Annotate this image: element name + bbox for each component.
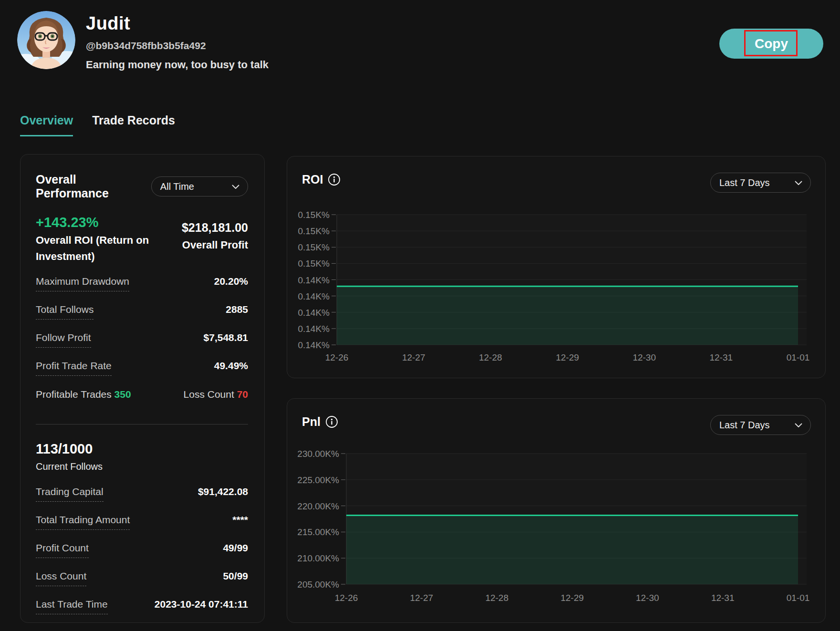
loss-count: Loss Count 70 xyxy=(184,389,248,400)
time-range-value: All Time xyxy=(160,181,194,192)
stat-value: 2885 xyxy=(226,304,248,315)
stat-row: Follow Profit$7,548.81 xyxy=(36,332,248,360)
tab-trade-records[interactable]: Trade Records xyxy=(92,114,175,136)
loss-count-value: 70 xyxy=(237,389,248,400)
performance-stats-list: Maximum Drawdown20.20%Total Follows2885F… xyxy=(36,276,248,388)
svg-text:01-01: 01-01 xyxy=(787,593,810,603)
pnl-range-value: Last 7 Days xyxy=(719,420,770,431)
info-icon[interactable] xyxy=(328,173,341,186)
stat-label: Profit Trade Rate xyxy=(36,360,112,376)
svg-text:12-31: 12-31 xyxy=(711,593,735,603)
performance-card-title: Overall Performance xyxy=(36,173,151,200)
section-divider xyxy=(36,424,248,424)
trades-count-row: Profitable Trades 350 Loss Count 70 xyxy=(36,389,248,400)
svg-text:225.00K%: 225.00K% xyxy=(297,475,339,485)
svg-text:0.14K%: 0.14K% xyxy=(298,324,330,334)
profile-handle: @b9b34d758fbb3b5fa492 xyxy=(86,40,269,52)
stat-row: Maximum Drawdown20.20% xyxy=(36,276,248,304)
tab-overview[interactable]: Overview xyxy=(20,114,73,136)
svg-text:12-28: 12-28 xyxy=(485,593,508,603)
svg-text:0.14K%: 0.14K% xyxy=(298,275,330,285)
svg-text:215.00K%: 215.00K% xyxy=(297,527,339,537)
copy-button[interactable]: Copy xyxy=(719,29,823,59)
stat-label: Maximum Drawdown xyxy=(36,276,129,291)
pnl-chart-card: 230.00K%225.00K%220.00K%215.00K%210.00K%… xyxy=(287,398,826,623)
overall-roi-label-line1: Overall ROI (Return on xyxy=(36,232,149,248)
stat-row: Last Trade Time2023-10-24 07:41:11 xyxy=(36,599,248,627)
stat-row: Total Trading Amount**** xyxy=(36,514,248,542)
svg-text:12-30: 12-30 xyxy=(636,593,659,603)
svg-text:205.00K%: 205.00K% xyxy=(297,579,339,590)
stat-value: 20.20% xyxy=(214,276,248,287)
stat-value: $7,548.81 xyxy=(204,332,248,343)
overall-roi-label-line2: Investment) xyxy=(36,248,149,265)
chevron-down-icon xyxy=(795,423,802,427)
stat-label: Last Trade Time xyxy=(36,599,108,614)
stat-label: Profit Count xyxy=(36,542,89,558)
roi-chart-title: ROI xyxy=(302,173,323,186)
trading-stats-list: Trading Capital$91,422.08Total Trading A… xyxy=(36,486,248,627)
stat-row: Trading Capital$91,422.08 xyxy=(36,486,248,514)
stat-value: **** xyxy=(232,514,248,526)
stat-row: Loss Count50/99 xyxy=(36,570,248,599)
svg-text:12-28: 12-28 xyxy=(479,352,502,362)
stat-label: Total Trading Amount xyxy=(36,514,130,530)
overall-performance-card: Overall Performance All Time +143.23% Ov… xyxy=(20,154,265,623)
svg-text:0.14K%: 0.14K% xyxy=(298,308,330,318)
stat-value: 2023-10-24 07:41:11 xyxy=(155,599,248,610)
avatar xyxy=(17,11,75,69)
current-follows-label: Current Follows xyxy=(36,461,248,472)
stat-row: Profit Count49/99 xyxy=(36,542,248,570)
stat-label: Loss Count xyxy=(36,570,86,586)
profile-name: Judit xyxy=(86,12,269,34)
svg-text:0.15K%: 0.15K% xyxy=(298,210,330,220)
svg-text:12-30: 12-30 xyxy=(633,352,656,362)
chevron-down-icon xyxy=(232,185,239,189)
stat-value: 49/99 xyxy=(223,542,248,554)
stat-row: Total Follows2885 xyxy=(36,304,248,332)
svg-text:12-29: 12-29 xyxy=(556,352,579,362)
tab-bar: Overview Trade Records xyxy=(20,114,175,136)
roi-chart-card: 0.15K%0.15K%0.15K%0.15K%0.14K%0.14K%0.14… xyxy=(287,156,826,378)
roi-range-select-last-7-days[interactable]: Last 7 Days xyxy=(710,173,811,193)
svg-text:01-01: 01-01 xyxy=(787,352,810,362)
svg-text:0.15K%: 0.15K% xyxy=(298,226,330,236)
pnl-chart-title: Pnl xyxy=(302,415,321,429)
svg-text:230.00K%: 230.00K% xyxy=(297,449,339,459)
svg-text:0.14K%: 0.14K% xyxy=(298,340,330,350)
stat-label: Follow Profit xyxy=(36,332,91,348)
svg-text:12-31: 12-31 xyxy=(709,352,733,362)
stat-value: 50/99 xyxy=(223,570,248,582)
svg-text:0.14K%: 0.14K% xyxy=(298,291,330,301)
stat-row: Profit Trade Rate49.49% xyxy=(36,360,248,388)
svg-text:12-26: 12-26 xyxy=(335,593,358,603)
profitable-trades-value: 350 xyxy=(114,389,131,400)
profitable-trades: Profitable Trades 350 xyxy=(36,389,131,400)
profile-bio: Earning money now, too busy to talk xyxy=(86,59,269,71)
avatar-illustration xyxy=(17,11,75,69)
svg-text:210.00K%: 210.00K% xyxy=(297,553,339,563)
svg-text:12-26: 12-26 xyxy=(325,352,349,362)
svg-text:0.15K%: 0.15K% xyxy=(298,242,330,252)
stat-value: $91,422.08 xyxy=(198,486,248,497)
stat-label: Total Follows xyxy=(36,304,93,320)
svg-text:12-27: 12-27 xyxy=(410,593,433,603)
svg-text:220.00K%: 220.00K% xyxy=(297,501,339,511)
info-icon[interactable] xyxy=(325,415,338,428)
overall-roi-value: +143.23% xyxy=(36,214,149,230)
svg-text:12-27: 12-27 xyxy=(402,352,425,362)
roi-range-value: Last 7 Days xyxy=(719,177,770,188)
current-follows-value: 113/1000 xyxy=(36,441,248,457)
svg-text:12-29: 12-29 xyxy=(560,593,584,603)
overall-profit-label: Overall Profit xyxy=(182,239,248,251)
time-range-select-all-time[interactable]: All Time xyxy=(151,176,248,197)
pnl-range-select-last-7-days[interactable]: Last 7 Days xyxy=(710,415,811,435)
overall-profit-value: $218,181.00 xyxy=(182,221,248,235)
chevron-down-icon xyxy=(795,181,802,185)
stat-label: Trading Capital xyxy=(36,486,104,502)
svg-text:0.15K%: 0.15K% xyxy=(298,259,330,269)
stat-value: 49.49% xyxy=(214,360,248,372)
